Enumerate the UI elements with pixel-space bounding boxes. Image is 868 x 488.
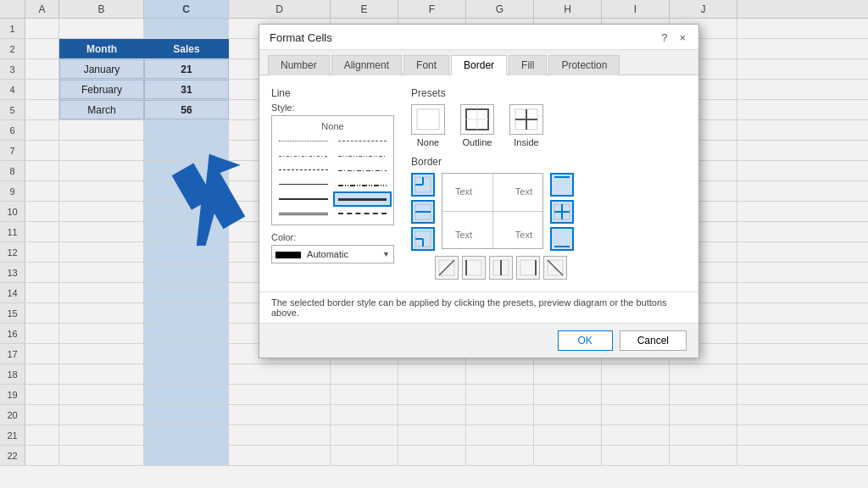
border-btn-diagonal-up[interactable] [435,256,459,280]
presets-section: Presets None [411,87,687,147]
ok-button[interactable]: OK [558,330,613,351]
preset-none-label: None [417,137,439,147]
presets-label: Presets [411,87,687,99]
tab-alignment[interactable]: Alignment [331,55,402,75]
border-label: Border [411,156,687,168]
line-section-label: Line [271,87,394,99]
dialog-title: Format Cells [270,31,332,44]
preset-inside-label: Inside [514,137,538,147]
status-text: The selected border style can be applied… [271,297,667,318]
border-buttons-right [550,173,574,251]
svg-rect-28 [520,260,536,275]
bottom-border-row [435,256,687,280]
line-style-dash-dot-dot[interactable] [335,150,391,162]
preset-none-icon[interactable] [411,104,445,135]
preset-inside-icon[interactable] [509,104,543,135]
line-style-none[interactable]: None [275,119,390,133]
line-style-dash-dot[interactable] [275,150,331,162]
preset-outline[interactable]: Outline [460,104,494,147]
line-styles-box: None [271,115,394,225]
line-style-solid-thin[interactable] [275,179,331,191]
close-button[interactable]: × [676,31,688,44]
cancel-button[interactable]: Cancel [620,330,687,351]
dialog-body: Line Style: None [259,75,698,291]
presets-row: None Outline [411,104,687,147]
line-style-dotted-sm[interactable] [275,136,331,147]
tab-number[interactable]: Number [268,55,330,75]
dialog-status: The selected border style can be applied… [259,291,698,323]
tab-protection[interactable]: Protection [548,55,620,75]
tab-border[interactable]: Border [451,55,507,75]
right-panel: Presets None [411,87,687,280]
border-btn-top-left[interactable] [411,173,435,197]
dialog-title-controls: ? × [659,31,688,44]
dropdown-arrow-icon: ▼ [382,250,390,258]
line-style-double[interactable] [275,208,331,219]
tab-fill[interactable]: Fill [509,55,547,75]
line-style-slant-dash[interactable] [335,208,391,219]
color-section: Color: Automatic ▼ [271,232,394,263]
border-btn-bottom-right[interactable] [550,227,574,251]
border-section: Text Text Text Text [411,173,687,251]
border-btn-top-right[interactable] [550,173,574,197]
help-button[interactable]: ? [659,31,670,44]
tab-font[interactable]: Font [403,55,449,75]
line-style-med-dash-dot-dot[interactable] [335,179,391,191]
preset-none[interactable]: None [411,104,445,147]
color-swatch: Automatic [275,249,348,259]
border-btn-middle-right[interactable] [550,200,574,224]
line-style-dashed-med[interactable] [275,164,331,176]
border-btn-vertical-inside[interactable] [489,256,513,280]
dialog-footer: OK Cancel [259,323,698,358]
preset-inside[interactable]: Inside [509,104,543,147]
line-panel: Line Style: None [271,87,394,280]
border-btn-right-border[interactable] [516,256,540,280]
svg-rect-2 [417,109,439,130]
line-style-med-dash-dot[interactable] [335,164,391,176]
dialog-title-bar: Format Cells ? × [259,25,698,50]
svg-line-31 [548,260,563,275]
svg-line-23 [439,260,454,275]
preset-outline-icon[interactable] [460,104,494,135]
border-btn-bottom-left[interactable] [411,227,435,251]
format-cells-dialog: Format Cells ? × Number Alignment Font B… [259,24,699,358]
line-style-thick[interactable] [335,193,391,205]
color-row: Automatic ▼ [271,245,394,263]
color-label: Color: [271,232,394,242]
color-dropdown[interactable]: Automatic ▼ [271,245,394,263]
line-style-dashed-thin[interactable] [335,136,391,147]
preset-outline-label: Outline [463,137,492,147]
dialog-tabs: Number Alignment Font Border Fill Protec… [259,50,698,75]
line-style-medium[interactable] [275,193,331,205]
border-btn-middle-left[interactable] [411,200,435,224]
border-preview[interactable]: Text Text Text Text [442,173,543,249]
border-buttons-left [411,173,435,251]
style-label: Style: [271,103,394,113]
border-btn-diagonal-down[interactable] [543,256,567,280]
border-btn-left-border[interactable] [462,256,486,280]
svg-rect-24 [466,260,481,275]
